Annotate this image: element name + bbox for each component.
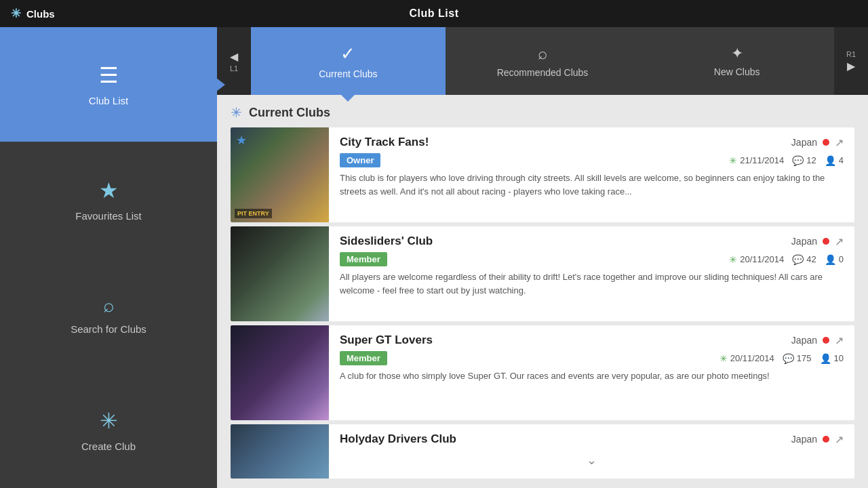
share-icon-sidesliders[interactable]: ↗ [835, 235, 844, 248]
share-icon-city-track[interactable]: ↗ [835, 136, 844, 149]
stat-messages-super-gt: 💬 175 [783, 353, 812, 364]
section-heading: ✳ Current Clubs [217, 95, 868, 127]
message-icon-sidesliders: 💬 [792, 254, 804, 265]
role-badge-super-gt: Member [340, 351, 387, 365]
online-indicator-sidesliders [823, 238, 829, 245]
main-layout: ☰ Club List ★ Favourites List ⌕ Search f… [0, 27, 868, 488]
sidebar-item-favourites[interactable]: ★ Favourites List [0, 142, 217, 258]
tab-recommended-clubs[interactable]: ⌕ Recommended Clubs [446, 27, 640, 95]
club-header-holyday: Holyday Drivers Club Japan ↗ [340, 432, 844, 446]
stat-messages-value-super-gt: 175 [797, 353, 812, 363]
club-list: ★ City Track Fans! Japan ↗ Owner [217, 127, 868, 488]
club-header-city-track: City Track Fans! Japan ↗ [340, 136, 844, 149]
checkmark-circle-icon: ✓ [340, 43, 355, 64]
online-indicator-super-gt [823, 337, 829, 344]
club-name-city-track: City Track Fans! [340, 136, 429, 149]
content-area: L1 ✓ Current Clubs ⌕ Recommended Clubs ✦… [217, 27, 868, 488]
club-country-super-gt: Japan [791, 335, 817, 346]
club-info-holyday: Holyday Drivers Club Japan ↗ ⌄ [329, 424, 854, 479]
club-info-super-gt: Super GT Lovers Japan ↗ Member ✳ 20/1 [329, 325, 854, 420]
club-meta-right-sidesliders: Japan ↗ [791, 235, 844, 248]
members-icon-sidesliders: 👤 [825, 254, 836, 265]
club-card-holyday[interactable]: Holyday Drivers Club Japan ↗ ⌄ [231, 424, 854, 479]
bookmark-star-icon: ★ [99, 178, 119, 203]
club-card-super-gt[interactable]: Super GT Lovers Japan ↗ Member ✳ 20/1 [231, 325, 854, 420]
search-icon: ⌕ [103, 295, 115, 317]
club-stats-city-track: ✳ 21/11/2014 💬 12 👤 4 [729, 155, 844, 166]
tab-new-clubs[interactable]: ✦ New Clubs [639, 27, 834, 95]
stat-members-city-track: 👤 4 [825, 155, 844, 166]
left-nav-label: L1 [230, 64, 238, 73]
tabs-bar: L1 ✓ Current Clubs ⌕ Recommended Clubs ✦… [217, 27, 868, 95]
app-name: Clubs [26, 8, 55, 20]
calendar-icon-super-gt: ✳ [719, 353, 728, 364]
club-desc-sidesliders: All players are welcome regardless of th… [340, 270, 844, 297]
club-card-sidesliders[interactable]: Sidesliders' Club Japan ↗ Member ✳ 20 [231, 226, 854, 321]
club-meta-right-super-gt: Japan ↗ [791, 334, 844, 347]
club-image-city-track: ★ [231, 127, 329, 222]
club-sub-row-super-gt: Member ✳ 20/11/2014 💬 175 👤 [340, 351, 844, 365]
club-sub-row-sidesliders: Member ✳ 20/11/2014 💬 42 👤 [340, 252, 844, 266]
sidebar-item-create[interactable]: ✳ Create Club [0, 373, 217, 488]
sidebar-item-search[interactable]: ⌕ Search for Clubs [0, 258, 217, 373]
stat-messages-city-track: 💬 12 [792, 155, 816, 166]
tab-label-current: Current Clubs [319, 68, 377, 79]
club-header-sidesliders: Sidesliders' Club Japan ↗ [340, 235, 844, 248]
stat-date-super-gt: ✳ 20/11/2014 [719, 353, 774, 364]
stat-members-value-sidesliders: 0 [839, 254, 844, 264]
club-info-city-track: City Track Fans! Japan ↗ Owner ✳ 21/1 [329, 127, 854, 222]
sidebar-item-club-list[interactable]: ☰ Club List [0, 27, 217, 142]
stat-messages-value-sidesliders: 42 [806, 254, 816, 264]
calendar-icon-city-track: ✳ [729, 155, 737, 166]
role-badge-city-track: Owner [340, 153, 380, 167]
create-icon: ✳ [100, 408, 118, 434]
stat-members-super-gt: 👤 10 [820, 353, 844, 364]
club-meta-right-holyday: Japan ↗ [791, 433, 844, 446]
list-icon: ☰ [99, 62, 119, 88]
sidebar-label-club-list: Club List [89, 95, 128, 106]
members-icon-super-gt: 👤 [820, 353, 831, 364]
gear-star-icon: ✦ [731, 45, 743, 62]
sidebar: ☰ Club List ★ Favourites List ⌕ Search f… [0, 27, 217, 488]
role-badge-sidesliders: Member [340, 252, 387, 266]
section-snowflake-icon: ✳ [231, 104, 242, 121]
stat-date-value-city-track: 21/11/2014 [740, 155, 784, 165]
tab-nav-right[interactable]: R1 [834, 27, 868, 95]
tab-current-clubs[interactable]: ✓ Current Clubs [251, 27, 446, 95]
online-indicator-city-track [823, 139, 829, 146]
sidebar-label-favourites: Favourites List [75, 210, 142, 222]
featured-star-icon: ★ [236, 133, 247, 148]
message-icon-super-gt: 💬 [783, 353, 794, 364]
top-bar: ✳ Clubs Club List [0, 0, 868, 27]
club-image-super-gt [231, 325, 329, 420]
club-image-sidesliders [231, 226, 329, 321]
online-indicator-holyday [823, 436, 829, 443]
chevron-left-icon [230, 50, 238, 63]
stat-date-value-sidesliders: 20/11/2014 [740, 254, 784, 264]
club-info-sidesliders: Sidesliders' Club Japan ↗ Member ✳ 20 [329, 226, 854, 321]
share-icon-super-gt[interactable]: ↗ [835, 334, 844, 347]
club-country-holyday: Japan [791, 434, 817, 445]
clubs-icon: ✳ [11, 6, 21, 21]
message-icon-city-track: 💬 [792, 155, 804, 166]
stat-date-city-track: ✳ 21/11/2014 [729, 155, 784, 166]
scroll-indicator: ⌄ [340, 450, 844, 470]
club-name-holyday: Holyday Drivers Club [340, 432, 456, 446]
stat-messages-value-city-track: 12 [806, 155, 816, 165]
share-icon-holyday[interactable]: ↗ [835, 433, 844, 446]
club-country-sidesliders: Japan [791, 236, 817, 247]
stat-messages-sidesliders: 💬 42 [792, 254, 816, 265]
stat-date-sidesliders: ✳ 20/11/2014 [729, 254, 784, 265]
section-title: Current Clubs [249, 106, 330, 120]
club-card-city-track[interactable]: ★ City Track Fans! Japan ↗ Owner [231, 127, 854, 222]
app-logo: ✳ Clubs [11, 6, 55, 21]
magnify-icon: ⌕ [538, 44, 547, 63]
right-nav-label: R1 [846, 50, 856, 58]
stat-members-sidesliders: 👤 0 [825, 254, 844, 265]
stat-members-value-city-track: 4 [839, 155, 844, 165]
club-sub-row-city-track: Owner ✳ 21/11/2014 💬 12 👤 [340, 153, 844, 167]
club-desc-super-gt: A club for those who simply love Super G… [340, 369, 844, 383]
sidebar-label-search: Search for Clubs [71, 323, 146, 335]
club-desc-city-track: This club is for players who love drivin… [340, 171, 844, 198]
club-name-sidesliders: Sidesliders' Club [340, 235, 433, 248]
